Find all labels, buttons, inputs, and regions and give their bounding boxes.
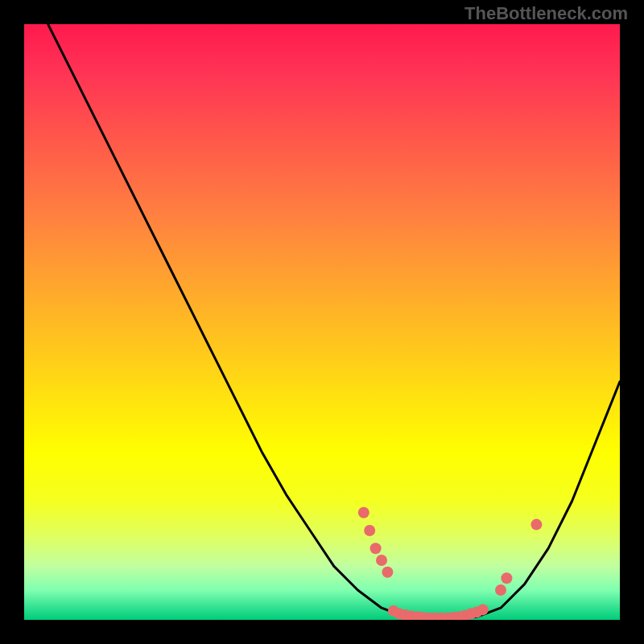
svg-point-0	[358, 507, 369, 518]
curve-line	[48, 24, 620, 620]
svg-point-3	[376, 555, 387, 566]
svg-point-2	[370, 543, 382, 554]
svg-point-23	[530, 519, 542, 530]
svg-point-20	[477, 604, 489, 615]
svg-point-4	[382, 567, 393, 578]
svg-point-22	[501, 572, 512, 584]
svg-point-1	[364, 525, 375, 536]
data-markers	[358, 507, 543, 620]
chart-svg	[24, 24, 620, 620]
svg-point-21	[495, 584, 506, 596]
chart-plot-area	[24, 24, 620, 620]
watermark-text: TheBottleneck.com	[464, 3, 628, 24]
